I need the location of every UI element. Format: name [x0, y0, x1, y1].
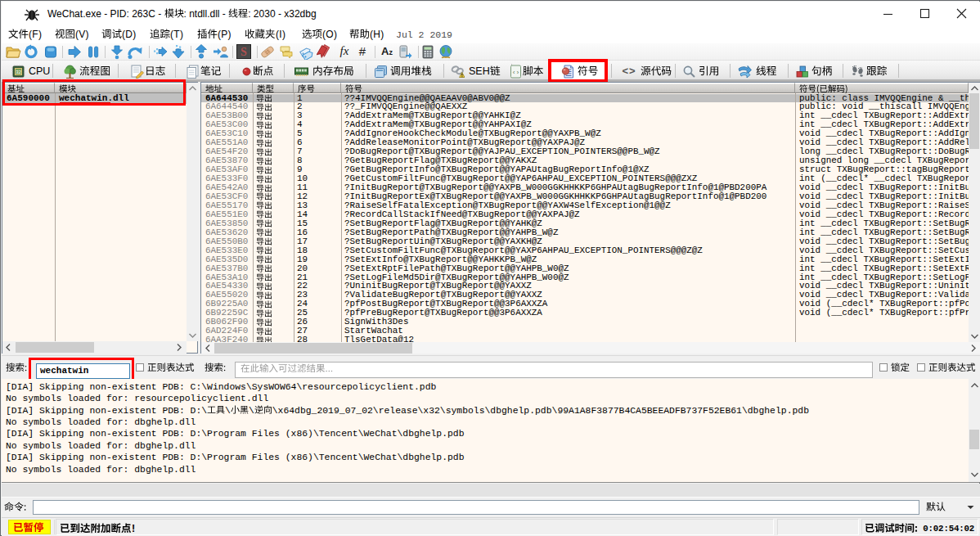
svg-text:32: 32: [16, 70, 21, 74]
svg-text:‹›: ‹›: [512, 69, 520, 76]
